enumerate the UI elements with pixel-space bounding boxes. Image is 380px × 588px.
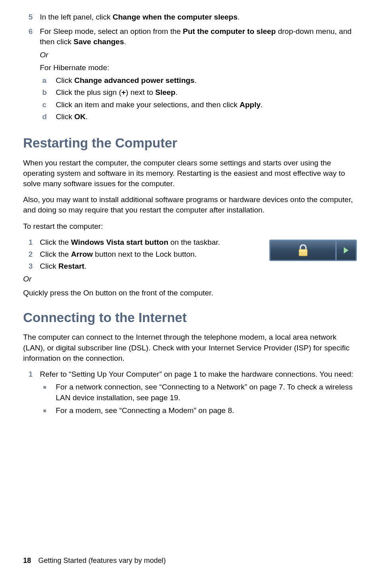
- arrow-button-area: [337, 241, 356, 260]
- lock-button-area: [270, 241, 335, 260]
- text: Click the: [40, 250, 71, 258]
- paragraph: Also, you may want to install additional…: [23, 195, 357, 215]
- step-body: Refer to “Setting Up Your Computer” on p…: [40, 369, 357, 418]
- text: Click: [56, 112, 74, 121]
- paragraph: When you restart the computer, the compu…: [23, 158, 357, 189]
- bullet-icon: ■: [40, 382, 56, 403]
- bold-text: +: [121, 88, 126, 96]
- text: In the left panel, click: [40, 13, 113, 21]
- connect-step-1: 1 Refer to “Setting Up Your Computer” on…: [23, 369, 357, 418]
- bold-text: Put the computer to sleep: [183, 27, 276, 35]
- substep-marker: c: [40, 100, 56, 110]
- text: .: [194, 76, 196, 85]
- bold-text: Change advanced power settings: [74, 76, 194, 85]
- substep-a: a Click Change advanced power settings.: [40, 75, 357, 86]
- text: Click the: [40, 238, 71, 246]
- restart-step-2: 2 Click the Arrow button next to the Loc…: [23, 249, 262, 260]
- step-number: 2: [23, 249, 40, 260]
- bullet-item: ■ For a network connection, see “Connect…: [40, 382, 357, 403]
- text: Click an item and make your selections, …: [56, 100, 240, 109]
- bold-text: OK: [74, 112, 86, 121]
- text: .: [175, 88, 177, 96]
- substep-body: Click OK.: [56, 112, 357, 122]
- step-number: 5: [23, 12, 40, 25]
- step-body: Click the Arrow button next to the Lock …: [40, 249, 262, 260]
- bold-text: Save changes: [73, 37, 124, 46]
- or-text: Or: [40, 50, 357, 60]
- paragraph: Quickly press the On button on the front…: [23, 288, 357, 298]
- bold-text: Change when the computer sleeps: [113, 13, 238, 21]
- restart-step-3: 3 Click Restart.: [23, 261, 357, 271]
- text: on the taskbar.: [168, 238, 220, 246]
- substep-marker: a: [40, 75, 56, 86]
- heading-restarting: Restarting the Computer: [23, 134, 357, 152]
- step-number: 1: [23, 369, 40, 418]
- text: button next to the Lock button.: [93, 250, 197, 258]
- step-body: Click Restart.: [40, 261, 357, 271]
- or-text: Or: [23, 274, 357, 284]
- step-6: 6 For Sleep mode, select an option from …: [23, 26, 357, 124]
- step-body: In the left panel, click Change when the…: [40, 12, 357, 25]
- paragraph: To restart the computer:: [23, 221, 357, 232]
- bullet-icon: ■: [40, 405, 56, 416]
- footer-label: Getting Started (features vary by model): [38, 557, 166, 564]
- substep-body: Click Change advanced power settings.: [56, 75, 357, 86]
- text: For Hibernate mode:: [40, 63, 357, 73]
- restart-step-1: 1 Click the Windows Vista start button o…: [23, 237, 262, 248]
- substep-body: Click an item and make your selections, …: [56, 100, 357, 110]
- lock-bar: [269, 240, 357, 261]
- text: .: [237, 13, 239, 21]
- bold-text: Sleep: [155, 88, 176, 96]
- substep-c: c Click an item and make your selections…: [40, 100, 357, 110]
- step-body: Click the Windows Vista start button on …: [40, 237, 262, 248]
- lock-arrow-image: [269, 240, 357, 261]
- text: Click the plus sign (: [56, 88, 121, 96]
- page-number: 18: [23, 557, 31, 564]
- text: .: [124, 37, 126, 46]
- svg-rect-1: [299, 250, 307, 252]
- bullet-text: For a modem, see “Connecting a Modem” on…: [56, 405, 234, 416]
- text: Click: [40, 262, 58, 270]
- text: For Sleep mode, select an option from th…: [40, 27, 183, 35]
- step-number: 6: [23, 26, 40, 124]
- heading-connecting: Connecting to the Internet: [23, 309, 357, 327]
- text: Click: [56, 76, 74, 85]
- text: .: [86, 112, 88, 121]
- text: ) next to: [126, 88, 155, 96]
- lock-icon: [298, 244, 309, 256]
- bold-text: Windows Vista start button: [71, 238, 168, 246]
- bullet-text: For a network connection, see “Connectin…: [56, 382, 357, 403]
- step-body: For Sleep mode, select an option from th…: [40, 26, 357, 124]
- text: Refer to “Setting Up Your Computer” on p…: [40, 369, 357, 380]
- substep-d: d Click OK.: [40, 112, 357, 122]
- bold-text: Restart: [58, 262, 84, 270]
- bullet-item: ■ For a modem, see “Connecting a Modem” …: [40, 405, 357, 416]
- substep-marker: d: [40, 112, 56, 122]
- step-5: 5 In the left panel, click Change when t…: [23, 12, 357, 25]
- substep-b: b Click the plus sign (+) next to Sleep.: [40, 87, 357, 98]
- substep-marker: b: [40, 87, 56, 98]
- paragraph: The computer can connect to the Internet…: [23, 332, 357, 364]
- text: .: [261, 100, 262, 109]
- step-number: 3: [23, 261, 40, 271]
- bold-text: Arrow: [71, 250, 93, 258]
- substep-body: Click the plus sign (+) next to Sleep.: [56, 87, 357, 98]
- bold-text: Apply: [240, 100, 261, 109]
- step-number: 1: [23, 237, 40, 248]
- arrow-icon: [344, 247, 349, 254]
- page-footer: 18Getting Started (features vary by mode…: [23, 557, 166, 565]
- text: .: [84, 262, 86, 270]
